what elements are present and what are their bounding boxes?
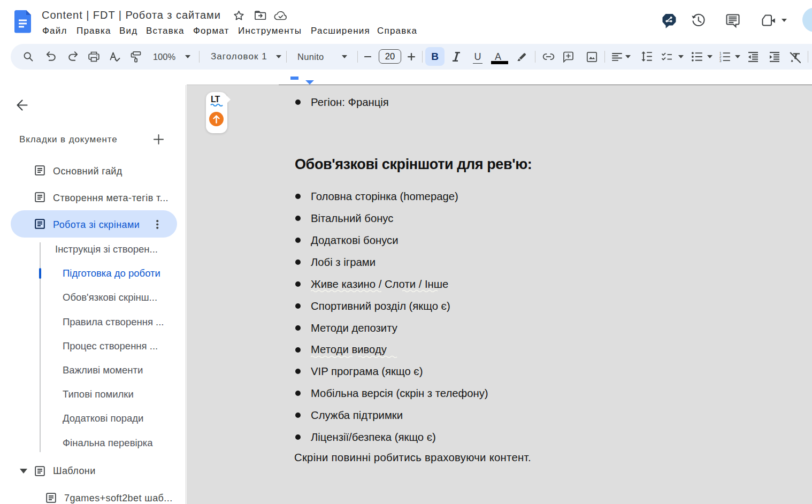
svg-text:3: 3 [719, 59, 722, 62]
svg-text:2: 2 [719, 55, 722, 59]
